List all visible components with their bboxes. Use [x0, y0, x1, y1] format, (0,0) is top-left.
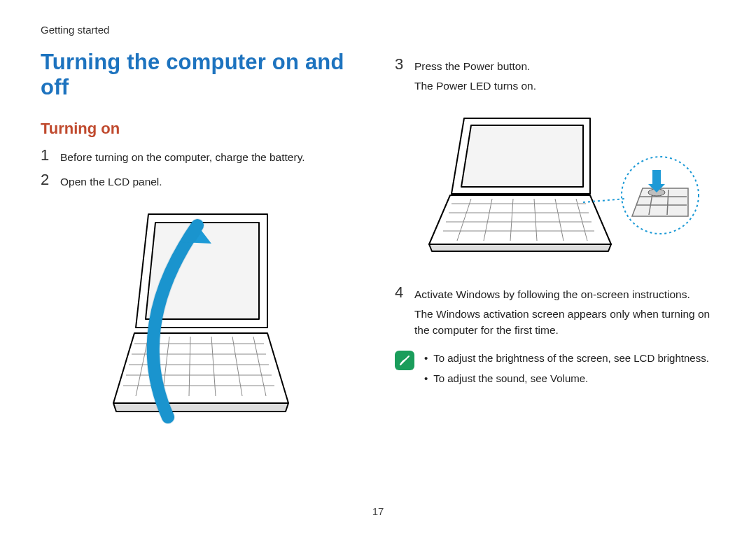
page-title: Turning the computer on and off	[41, 50, 361, 100]
section-heading: Turning on	[41, 120, 361, 138]
svg-rect-37	[652, 170, 661, 184]
note-item: • To adjust the sound, see Volume.	[424, 371, 709, 387]
step-2: 2 Open the LCD panel.	[41, 172, 361, 190]
note-icon	[395, 351, 414, 370]
step-number: 2	[41, 172, 53, 188]
step-text: Open the LCD panel.	[60, 172, 162, 190]
note-callout: • To adjust the brightness of the screen…	[395, 351, 715, 391]
step-3: 3 Press the Power button.	[395, 57, 715, 74]
bullet-icon: •	[424, 371, 428, 387]
svg-marker-29	[461, 125, 583, 187]
step-4: 4 Activate Windows by following the on-s…	[395, 285, 715, 302]
right-column: 3 Press the Power button. The Power LED …	[395, 50, 715, 438]
svg-marker-12	[113, 403, 288, 412]
step-subtext: The Power LED turns on.	[414, 78, 715, 94]
breadcrumb-header: Getting started	[41, 24, 715, 36]
note-text: To adjust the brightness of the screen, …	[433, 351, 709, 367]
figure-press-power	[395, 111, 715, 272]
step-1: 1 Before turning on the computer, charge…	[41, 148, 361, 165]
step-number: 1	[41, 148, 53, 163]
step-text: Press the Power button.	[414, 57, 530, 74]
step-text: Before turning on the computer, charge t…	[60, 148, 305, 165]
svg-marker-27	[429, 244, 611, 251]
left-column: Turning the computer on and off Turning …	[41, 50, 361, 438]
bullet-icon: •	[424, 351, 428, 367]
step-text: Activate Windows by following the on-scr…	[414, 285, 690, 302]
note-item: • To adjust the brightness of the screen…	[424, 351, 709, 367]
step-number: 4	[395, 285, 407, 300]
figure-open-lcd	[41, 207, 361, 438]
page-number: 17	[0, 505, 756, 517]
step-subtext: The Windows activation screen appears on…	[414, 307, 715, 338]
step-number: 3	[395, 57, 407, 72]
note-text: To adjust the sound, see Volume.	[433, 371, 588, 387]
